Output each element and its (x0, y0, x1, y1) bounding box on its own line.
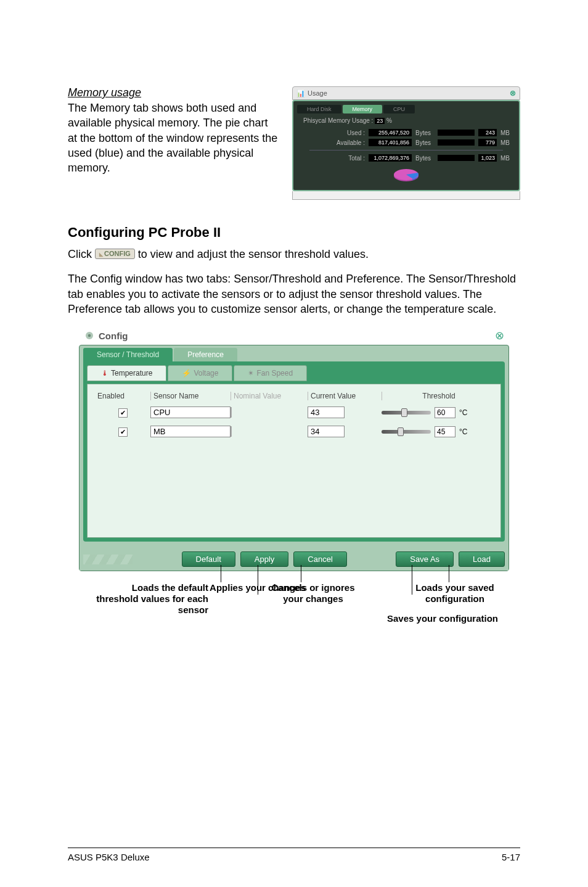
voltage-icon: ⚡ (182, 369, 191, 377)
col-current-value: Current Value (308, 392, 382, 400)
mem-used-label: Used : (334, 130, 365, 136)
tab-sensor-threshold[interactable]: Sensor / Threshold (83, 348, 173, 361)
anno-default: Loads the default threshold values for e… (91, 582, 208, 616)
section-heading: Configuring PC Probe II (68, 225, 520, 241)
tab-voltage-label: Voltage (194, 369, 218, 377)
click-prefix: Click (68, 248, 95, 260)
mem-used-mb-unit: MB (500, 130, 510, 136)
footer-right: 5-17 (502, 852, 520, 862)
cpu-name-input[interactable]: CPU (150, 406, 231, 418)
tab-voltage[interactable]: ⚡ Voltage (168, 365, 232, 381)
col-enabled: Enabled (95, 392, 150, 400)
mb-name-input[interactable]: MB (150, 426, 231, 437)
mb-enabled-checkbox[interactable]: ✔ (118, 427, 128, 437)
mem-used-unit: Bytes (415, 130, 434, 136)
config-panel: Config ⊗ Sensor / Threshold Preference 🌡… (79, 326, 509, 571)
annotations: Loads the default threshold values for e… (79, 582, 509, 656)
mem-used-bar (438, 130, 475, 136)
config-window-title: Config (99, 331, 128, 341)
save-as-button[interactable]: Save As (396, 551, 454, 567)
fan-icon: ✴ (248, 369, 254, 377)
stripes-decoration (83, 555, 133, 564)
cancel-button[interactable]: Cancel (293, 551, 346, 567)
mem-avail-bytes: 817,401,856 (369, 139, 412, 146)
mb-threshold-slider[interactable] (382, 430, 431, 434)
tab-temperature[interactable]: 🌡 Temperature (87, 365, 166, 381)
mem-total-mb-unit: MB (500, 155, 510, 162)
percent-sign: % (386, 117, 392, 124)
col-sensor-name: Sensor Name (150, 392, 231, 400)
mem-row-used: Used : 255,467,520 Bytes 243 MB (334, 129, 515, 136)
cpu-threshold-input[interactable]: 60 (435, 407, 455, 418)
sensor-row-mb: ✔ MB 34 45 °C (95, 426, 493, 437)
usage-title: Usage (308, 89, 327, 97)
anno-load: Loads your saved configuration (393, 582, 517, 604)
mem-avail-unit: Bytes (415, 139, 434, 146)
tab-hard-disk[interactable]: Hard Disk (297, 105, 341, 113)
mem-total-unit: Bytes (415, 155, 434, 162)
mem-row-available: Available : 817,401,856 Bytes 779 MB (334, 139, 515, 146)
close-icon[interactable]: ⊗ (495, 329, 504, 342)
mem-used-mb: 243 (478, 129, 497, 136)
col-threshold: Threshold (382, 392, 493, 400)
mem-used-bytes: 255,467,520 (369, 129, 412, 136)
usage-panel: 📊 Usage ⊗ Hard Disk Memory CPU Phisycal … (292, 86, 520, 200)
pie-chart-icon (391, 167, 422, 183)
cpu-unit: °C (459, 408, 467, 417)
tab-fan-speed-label: Fan Speed (256, 369, 293, 377)
tab-fan-speed[interactable]: ✴ Fan Speed (234, 365, 307, 381)
gear-icon (84, 330, 95, 341)
thermometer-icon: 🌡 (101, 369, 108, 377)
phys-mem-percent: 23 (375, 118, 385, 124)
mem-avail-mb-unit: MB (500, 139, 510, 146)
cpu-nominal-input (231, 407, 232, 418)
cpu-threshold-slider[interactable] (382, 411, 431, 415)
para-2: The Config window has two tabs: Sensor/T… (68, 271, 520, 316)
mb-threshold-input[interactable]: 45 (435, 426, 455, 437)
config-button-inline[interactable]: CONFIG (95, 249, 135, 259)
mem-total-label: Total : (334, 155, 365, 162)
cpu-enabled-checkbox[interactable]: ✔ (118, 408, 128, 418)
anno-cancel: Cancels or ignores your changes (270, 582, 356, 604)
load-button[interactable]: Load (459, 551, 505, 567)
tab-memory[interactable]: Memory (343, 105, 383, 113)
memory-usage-body: The Memory tab shows both used and avail… (68, 101, 280, 175)
mb-nominal-input (231, 426, 232, 437)
cpu-current-input[interactable]: 43 (308, 406, 345, 418)
apply-button[interactable]: Apply (240, 551, 289, 567)
tab-cpu[interactable]: CPU (383, 105, 415, 113)
col-nominal-value: Nominal Value (231, 392, 308, 400)
footer-left: ASUS P5K3 Deluxe (68, 852, 150, 862)
default-button[interactable]: Default (182, 551, 235, 567)
mb-current-input[interactable]: 34 (308, 426, 345, 437)
mem-total-mb: 1,023 (478, 154, 497, 162)
anno-save: Saves your configuration (387, 613, 510, 624)
phys-mem-label: Phisycal Memory Usage : (303, 117, 373, 124)
sensor-row-cpu: ✔ CPU 43 60 °C (95, 406, 493, 418)
mem-avail-label: Available : (334, 139, 365, 146)
mem-row-total: Total : 1,072,869,376 Bytes 1,023 MB (334, 154, 515, 162)
threshold-header: Enabled Sensor Name Nominal Value Curren… (95, 392, 493, 402)
tab-temperature-label: Temperature (111, 369, 152, 377)
memory-usage-heading: Memory usage (68, 86, 280, 99)
tab-preference[interactable]: Preference (174, 348, 237, 361)
close-icon[interactable]: ⊗ (510, 89, 516, 97)
svg-point-3 (88, 334, 91, 337)
click-suffix: to view and adjust the sensor threshold … (138, 248, 369, 260)
mem-avail-bar (438, 139, 475, 146)
mem-avail-mb: 779 (478, 139, 497, 146)
chart-icon: 📊 (296, 89, 305, 97)
mem-total-bar (438, 155, 475, 161)
mb-unit: °C (459, 427, 467, 436)
mem-total-bytes: 1,072,869,376 (369, 154, 412, 162)
